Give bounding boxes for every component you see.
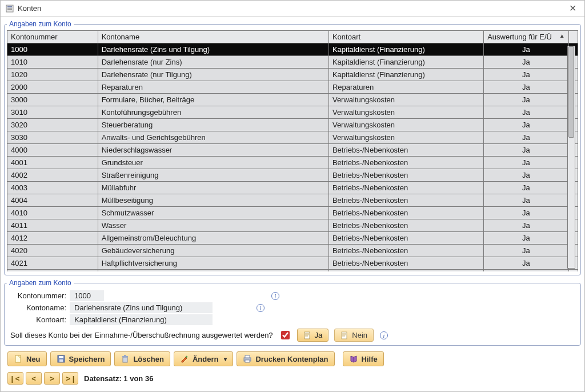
table-row[interactable]: 3030Anwalts- und GerichtsgebührenVerwalt…: [7, 131, 578, 144]
nav-last-button[interactable]: > |: [62, 372, 78, 385]
svg-rect-3: [7, 9, 12, 10]
table-cell: 4021: [7, 257, 98, 270]
info-icon[interactable]: i: [271, 291, 280, 301]
table-cell: Betriebs-/Nebenkosten: [328, 169, 483, 182]
table-cell: Betriebs-/Nebenkosten: [328, 232, 483, 245]
table-row[interactable]: 3020SteuerberatungVerwaltungskostenJa: [7, 119, 578, 131]
eval-checkbox[interactable]: [281, 331, 290, 339]
table-cell: 4020: [7, 245, 98, 257]
detail-row-type: Kontoart: Kapitaldienst (Finanzierung): [10, 314, 578, 325]
table-cell: Gebäudeversicherung: [98, 245, 328, 257]
svg-rect-2: [7, 8, 12, 9]
record-navbar: | < < > > | Datensatz: 1 von 36: [4, 371, 581, 388]
table-row[interactable]: 4000NiederschlagswasserBetriebs-/Nebenko…: [7, 144, 578, 157]
table-cell: Schmutzwasser: [98, 207, 328, 219]
label-kontoname: Kontoname:: [10, 303, 66, 312]
svg-text:i: i: [260, 305, 262, 311]
scrollbar[interactable]: [567, 46, 575, 269]
col-kontoname[interactable]: Kontoname: [98, 31, 328, 43]
svg-rect-22: [245, 360, 250, 362]
svg-rect-8: [304, 332, 310, 339]
table-cell: Ja: [484, 56, 568, 69]
table-row[interactable]: 4003MüllabfuhrBetriebs-/NebenkostenJa: [7, 182, 578, 194]
svg-text:i: i: [383, 333, 385, 339]
table-row[interactable]: 4011WasserBetriebs-/NebenkostenJa: [7, 219, 578, 232]
no-button[interactable]: Nein: [334, 329, 374, 342]
new-button[interactable]: Neu: [7, 351, 47, 366]
window: Konten ✕ Angaben zum Konto Kontonumm: [0, 0, 585, 392]
svg-rect-9: [342, 332, 347, 339]
table-row[interactable]: 4022GlasbruchversicherungBetriebs-/Neben…: [7, 270, 578, 272]
table-row[interactable]: 1020Darlehensrate (nur Tilgung)Kapitaldi…: [7, 69, 578, 81]
delete-button[interactable]: Löschen: [114, 351, 170, 366]
action-toolbar: Neu Speichern Löschen Ändern ▾ Drucken K…: [4, 349, 581, 367]
delete-label: Löschen: [133, 355, 163, 363]
table-cell: Reparaturen: [98, 81, 328, 94]
table-row[interactable]: 4001GrundsteuerBetriebs-/NebenkostenJa: [7, 157, 578, 169]
help-button[interactable]: Hilfe: [343, 351, 384, 366]
detail-row-name: Kontoname: Darlehensrate (Zins und Tilgu…: [10, 302, 578, 313]
svg-rect-1: [7, 6, 12, 7]
table-cell: Betriebs-/Nebenkosten: [328, 157, 483, 169]
edit-button[interactable]: Ändern ▾: [174, 351, 234, 366]
table-cell: Ja: [484, 144, 568, 157]
table-cell: Betriebs-/Nebenkosten: [328, 219, 483, 232]
table-row[interactable]: 4020GebäudeversicherungBetriebs-/Nebenko…: [7, 245, 578, 257]
nav-first-button[interactable]: | <: [7, 372, 23, 385]
chevron-down-icon: ▾: [224, 356, 227, 362]
table-cell: Betriebs-/Nebenkosten: [328, 207, 483, 219]
col-kontonummer[interactable]: Kontonummer: [7, 31, 98, 43]
table-cell: Kontoführungsgebühren: [98, 106, 328, 119]
eval-question: Soll dieses Konto bei der Einnahme-/Über…: [10, 331, 273, 339]
table-row[interactable]: 3010KontoführungsgebührenVerwaltungskost…: [7, 106, 578, 119]
table-row[interactable]: 4010SchmutzwasserBetriebs-/NebenkostenJa: [7, 207, 578, 219]
table-cell: Grundsteuer: [98, 157, 328, 169]
content: Angaben zum Konto Kontonummer Kontoname: [1, 17, 584, 391]
col-auswertung[interactable]: Auswertung für E/Ü: [484, 31, 568, 43]
table-cell: Verwaltungskosten: [328, 131, 483, 144]
table-row[interactable]: 4002StraßenreinigungBetriebs-/Nebenkoste…: [7, 169, 578, 182]
table-row[interactable]: 2000ReparaturenReparaturenJa: [7, 81, 578, 94]
save-icon: [57, 354, 66, 363]
print-button[interactable]: Drucken Kontenplan: [237, 351, 334, 366]
nav-prev-button[interactable]: <: [26, 372, 42, 385]
table-cell: Verwaltungskosten: [328, 94, 483, 106]
info-icon[interactable]: i: [379, 331, 388, 340]
table-row[interactable]: 1000Darlehensrate (Zins und Tilgung)Kapi…: [7, 43, 578, 56]
table-cell: Verwaltungskosten: [328, 106, 483, 119]
table-row[interactable]: 1010Darlehensrate (nur Zins)Kapitaldiens…: [7, 56, 578, 69]
table-cell: Darlehensrate (nur Zins): [98, 56, 328, 69]
table-row[interactable]: 3000Formulare, Bücher, BeiträgeVerwaltun…: [7, 94, 578, 106]
close-icon[interactable]: ✕: [566, 2, 580, 15]
svg-rect-21: [245, 355, 250, 358]
save-button[interactable]: Speichern: [50, 351, 111, 366]
table-cell: 3010: [7, 106, 98, 119]
col-kontoart[interactable]: Kontoart: [328, 31, 483, 43]
yes-button[interactable]: Ja: [297, 329, 329, 342]
table-row[interactable]: 4021HaftpflichtversicherungBetriebs-/Neb…: [7, 257, 578, 270]
table-cell: Müllabfuhr: [98, 182, 328, 194]
table-row[interactable]: 4012Allgemeinstrom/BeleuchtungBetriebs-/…: [7, 232, 578, 245]
table-cell: 4001: [7, 157, 98, 169]
group-legend: Angaben zum Konto: [7, 20, 74, 28]
table-cell: 3030: [7, 131, 98, 144]
table-cell: Ja: [484, 257, 568, 270]
table-cell: Ja: [484, 182, 568, 194]
table-cell: Ja: [484, 131, 568, 144]
table-cell: Betriebs-/Nebenkosten: [328, 182, 483, 194]
accounts-table: Kontonummer Kontoname Kontoart Auswertun…: [7, 30, 578, 271]
table-row[interactable]: 4004MüllbeseitigungBetriebs-/Nebenkosten…: [7, 194, 578, 207]
table-cell: Betriebs-/Nebenkosten: [328, 257, 483, 270]
svg-rect-17: [122, 356, 128, 357]
table-cell: Betriebs-/Nebenkosten: [328, 270, 483, 272]
svg-rect-16: [123, 357, 127, 362]
scrollbar-thumb[interactable]: [568, 46, 574, 138]
help-label: Hilfe: [362, 355, 378, 363]
table-cell: 4004: [7, 194, 98, 207]
table-cell: Steuerberatung: [98, 119, 328, 131]
table-cell: 4000: [7, 144, 98, 157]
table-cell: Ja: [484, 219, 568, 232]
value-kontoart: Kapitaldienst (Finanzierung): [70, 314, 213, 325]
info-icon[interactable]: i: [256, 303, 265, 313]
nav-next-button[interactable]: >: [44, 372, 60, 385]
